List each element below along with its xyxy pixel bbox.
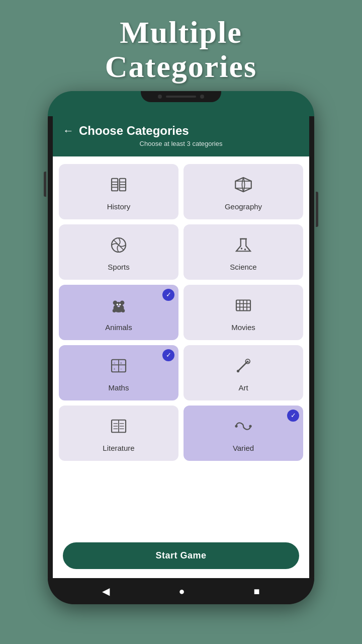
- geography-label: Geography: [225, 202, 262, 211]
- sensor-dot: [200, 95, 204, 99]
- science-icon: [233, 234, 254, 259]
- history-label: History: [107, 202, 131, 211]
- svg-point-20: [117, 305, 120, 307]
- svg-text:+: +: [114, 367, 116, 371]
- literature-label: Literature: [103, 444, 134, 452]
- page-title: Multiple Categories: [105, 15, 257, 84]
- side-button-right: [316, 192, 318, 227]
- science-label: Science: [230, 263, 256, 271]
- animals-label: Animals: [105, 323, 132, 332]
- maths-check-icon: ✓: [162, 349, 174, 361]
- nav-back-icon[interactable]: ◀: [102, 585, 110, 597]
- maths-icon: ÷ × + −: [108, 355, 129, 379]
- notch: [141, 91, 221, 102]
- art-label: Art: [238, 383, 248, 392]
- art-icon: [233, 355, 254, 379]
- category-sports[interactable]: Sports: [59, 224, 178, 280]
- back-button[interactable]: ←: [63, 124, 74, 137]
- categories-grid: History Geography: [59, 164, 303, 461]
- sports-icon: [108, 234, 129, 259]
- svg-point-13: [244, 249, 246, 251]
- svg-text:×: ×: [120, 361, 122, 365]
- category-history[interactable]: History: [59, 164, 178, 219]
- svg-point-12: [241, 248, 243, 250]
- title-line2: Categories: [105, 49, 257, 84]
- phone-frame: ← Choose Categories Choose at least 3 ca…: [48, 91, 314, 604]
- svg-point-47: [249, 425, 251, 428]
- svg-point-21: [113, 309, 116, 312]
- start-game-button[interactable]: Start Game: [63, 542, 299, 569]
- svg-point-22: [121, 309, 125, 312]
- literature-icon: [108, 416, 129, 440]
- varied-icon: [233, 416, 254, 440]
- phone-screen: ← Choose Categories Choose at least 3 ca…: [53, 116, 309, 578]
- category-science[interactable]: Science: [184, 224, 303, 280]
- svg-point-37: [237, 370, 239, 372]
- animals-check-icon: ✓: [162, 289, 174, 301]
- header-subtitle: Choose at least 3 categories: [140, 140, 223, 147]
- svg-point-18: [117, 304, 119, 306]
- category-literature[interactable]: Literature: [59, 406, 178, 461]
- category-varied[interactable]: ✓ Varied: [184, 406, 303, 461]
- varied-label: Varied: [233, 444, 254, 452]
- nav-recents-icon[interactable]: ■: [253, 586, 259, 597]
- category-maths[interactable]: ✓ ÷ × + − Maths: [59, 345, 178, 400]
- animals-icon: [108, 295, 129, 319]
- category-art[interactable]: Art: [184, 345, 303, 400]
- maths-label: Maths: [109, 383, 129, 392]
- category-geography[interactable]: Geography: [184, 164, 303, 219]
- screen-title: Choose Categories: [79, 124, 189, 138]
- category-animals[interactable]: ✓ Anima: [59, 285, 178, 340]
- nav-home-icon[interactable]: ●: [178, 586, 185, 597]
- app-header: ← Choose Categories Choose at least 3 ca…: [53, 116, 309, 156]
- title-line1: Multiple: [105, 15, 257, 49]
- categories-area: History Geography: [53, 156, 309, 535]
- svg-point-46: [235, 425, 237, 428]
- start-button-area: Start Game: [53, 535, 309, 578]
- movies-icon: [233, 295, 254, 319]
- svg-text:−: −: [120, 367, 122, 371]
- svg-text:÷: ÷: [114, 361, 116, 365]
- movies-label: Movies: [231, 323, 255, 332]
- camera-dot: [158, 95, 162, 99]
- bottom-nav: ◀ ● ■: [48, 578, 314, 604]
- sports-label: Sports: [108, 263, 129, 271]
- notch-bar: [48, 91, 314, 116]
- geography-icon: [233, 174, 254, 198]
- category-movies[interactable]: Movies: [184, 285, 303, 340]
- history-icon: [108, 174, 129, 198]
- speaker-bar: [166, 96, 196, 98]
- varied-check-icon: ✓: [287, 410, 299, 422]
- side-button-left: [44, 172, 46, 197]
- svg-point-19: [119, 304, 121, 306]
